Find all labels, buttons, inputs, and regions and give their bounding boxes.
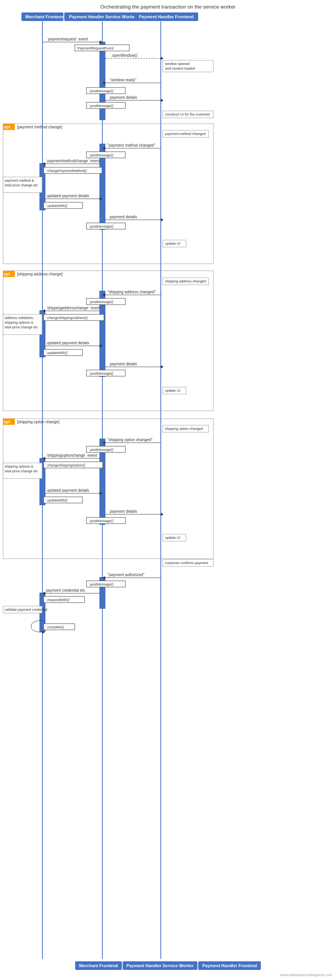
svg-text:[shipping address change]: [shipping address change]: [17, 272, 63, 276]
svg-text:[payment method change]: [payment method change]: [17, 125, 62, 129]
svg-text:`shippingaddresschange` event: `shippingaddresschange` event: [46, 306, 100, 310]
svg-rect-17: [3, 271, 15, 277]
svg-text:shipping option changed: shipping option changed: [165, 427, 203, 431]
header-merchant: Merchant Frontend: [21, 12, 63, 21]
svg-text:payment details: payment details: [110, 215, 137, 219]
svg-text:shipping options &: shipping options &: [5, 321, 33, 324]
svg-text:`paymentmethodchange` event: `paymentmethodchange` event: [46, 159, 100, 163]
svg-rect-91: [163, 278, 209, 285]
svg-text:and content loaded: and content loaded: [165, 67, 195, 70]
svg-rect-99: [163, 425, 209, 432]
svg-rect-126: [44, 314, 104, 321]
svg-text:opt: opt: [4, 125, 10, 129]
svg-marker-52: [42, 309, 45, 312]
svg-rect-104: [163, 534, 186, 541]
svg-rect-128: [44, 349, 83, 356]
svg-rect-134: [44, 462, 103, 468]
svg-text:`shippingoptionchange` event: `shippingoptionchange` event: [46, 453, 97, 458]
svg-text:update UI: update UI: [165, 536, 180, 540]
svg-text:`.postMessage()`: `.postMessage()`: [88, 153, 114, 157]
svg-text:payment details: payment details: [110, 362, 137, 366]
svg-rect-110: [75, 45, 129, 51]
svg-rect-124: [86, 298, 125, 305]
svg-rect-13: [3, 124, 15, 130]
svg-marker-61: [102, 441, 105, 444]
svg-text:`.postMessage()`: `.postMessage()`: [88, 372, 114, 375]
svg-rect-120: [44, 202, 83, 209]
svg-text:`.changeShippingOption()`: `.changeShippingOption()`: [45, 463, 86, 467]
svg-rect-144: [44, 624, 75, 630]
svg-rect-6: [40, 310, 45, 357]
svg-marker-34: [161, 99, 164, 102]
footer-handler: Payment Handler Frontend: [198, 961, 261, 970]
svg-rect-82: [163, 111, 213, 118]
svg-marker-46: [161, 218, 164, 221]
svg-text:payment details: payment details: [110, 509, 137, 514]
svg-text:shipping options &: shipping options &: [5, 465, 33, 468]
svg-rect-16: [3, 271, 213, 411]
svg-text:`.changeShippingAddress()`: `.changeShippingAddress()`: [45, 316, 89, 320]
svg-rect-116: [86, 152, 125, 158]
svg-text:payment method &: payment method &: [5, 179, 34, 182]
svg-text:payment details: payment details: [110, 95, 137, 100]
svg-marker-31: [102, 81, 105, 84]
svg-text:`.postMessage()`: `.postMessage()`: [88, 300, 114, 304]
svg-marker-64: [42, 457, 45, 460]
svg-marker-40: [42, 162, 45, 165]
svg-rect-118: [44, 167, 102, 174]
svg-text:total price change etc: total price change etc: [5, 183, 38, 187]
watermark: www.websequencediagrams.com: [280, 973, 332, 977]
svg-rect-142: [44, 596, 84, 603]
svg-text:updated payment details: updated payment details: [47, 194, 89, 198]
svg-marker-55: [100, 344, 102, 347]
svg-text:construct UI for the customer: construct UI for the customer: [165, 112, 210, 116]
svg-rect-89: [163, 240, 186, 247]
svg-rect-20: [3, 419, 213, 559]
svg-marker-49: [102, 293, 105, 296]
svg-text:window opened: window opened: [165, 62, 190, 66]
svg-text:"window ready": "window ready": [110, 78, 137, 82]
svg-text:`.postMessage()`: `.postMessage()`: [88, 448, 114, 452]
svg-text:customer confirms payment: customer confirms payment: [165, 561, 208, 565]
footer-service-worker: Payment Handler Service Worker: [123, 961, 198, 970]
footer-merchant: Merchant Frontend: [75, 961, 122, 970]
svg-rect-130: [86, 370, 125, 376]
svg-text:address validation,: address validation,: [5, 316, 34, 320]
svg-rect-5: [100, 144, 105, 230]
svg-text:shipping address changed: shipping address changed: [165, 279, 206, 283]
svg-text:`.updateWith()`: `.updateWith()`: [45, 498, 69, 502]
svg-text:update UI: update UI: [165, 389, 180, 393]
svg-rect-12: [3, 124, 213, 264]
svg-marker-25: [100, 40, 102, 44]
svg-rect-7: [100, 291, 105, 377]
svg-text:"shipping option changed": "shipping option changed": [107, 438, 153, 442]
diagram-title: Orchestrating the payment transaction on…: [0, 0, 336, 12]
svg-rect-122: [86, 223, 125, 229]
svg-text:"payment authorized": "payment authorized": [107, 573, 144, 577]
svg-text:`.openWindow()`: `.openWindow()`: [110, 53, 139, 58]
svg-rect-140: [86, 581, 125, 587]
svg-rect-86: [3, 177, 42, 193]
svg-rect-3: [100, 42, 105, 120]
svg-text:updated payment details: updated payment details: [47, 488, 89, 493]
svg-rect-101: [3, 463, 42, 479]
svg-text:`.postMessage()`: `.postMessage()`: [88, 89, 114, 93]
svg-rect-21: [3, 419, 15, 425]
svg-marker-28: [161, 57, 164, 60]
svg-text:"shipping address changed": "shipping address changed": [107, 290, 156, 294]
svg-text:`.postMessage()`: `.postMessage()`: [88, 582, 114, 586]
svg-text:`PaymentRequestEvent`: `PaymentRequestEvent`: [76, 46, 114, 50]
svg-rect-8: [40, 458, 45, 505]
svg-text:`.postMessage()`: `.postMessage()`: [88, 224, 114, 228]
svg-text:opt: opt: [4, 420, 10, 424]
svg-text:`.respondWith()`: `.respondWith()`: [45, 598, 70, 602]
diagram-svg: opt [payment method change] opt [shippin…: [0, 0, 336, 980]
svg-rect-97: [163, 387, 186, 394]
svg-text:`.updateWith()`: `.updateWith()`: [45, 351, 69, 355]
svg-rect-93: [3, 314, 42, 335]
svg-text:`.changePaymentMethod()`: `.changePaymentMethod()`: [45, 169, 88, 173]
svg-text:[shipping option change]: [shipping option change]: [17, 420, 60, 424]
svg-rect-112: [86, 88, 125, 94]
header-service-worker: Payment Handler Service Worker: [64, 12, 141, 21]
svg-text:`.postMessage()`: `.postMessage()`: [88, 104, 114, 108]
